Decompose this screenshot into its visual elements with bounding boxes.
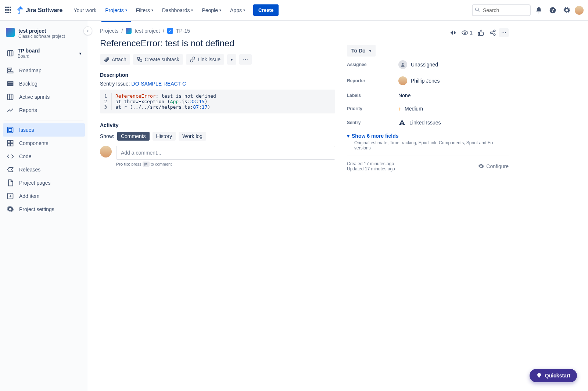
create-subtask-button[interactable]: Create subtask: [133, 54, 183, 65]
link-dropdown-button[interactable]: ▾: [227, 54, 236, 65]
svg-rect-18: [8, 141, 10, 143]
sidebar-item-add-item[interactable]: Add item: [3, 189, 85, 203]
project-name: test project: [18, 28, 65, 34]
add-icon: [7, 192, 14, 200]
sidebar-item-code[interactable]: Code: [3, 150, 85, 163]
svg-line-1: [478, 10, 480, 12]
field-reporter[interactable]: Reporter Phillip Jones: [347, 73, 509, 89]
tab-history[interactable]: History: [153, 132, 176, 141]
sidebar-item-project-settings[interactable]: Project settings: [3, 203, 85, 216]
code-icon: [7, 153, 14, 160]
svg-rect-9: [8, 72, 13, 73]
vote-button[interactable]: [476, 28, 487, 37]
status-dropdown[interactable]: To Do▾: [347, 45, 376, 57]
project-header[interactable]: test project Classic software project: [3, 26, 85, 45]
eye-icon: [462, 29, 468, 36]
sidebar-item-backlog[interactable]: Backlog: [3, 77, 85, 90]
nav-filters[interactable]: Filters▾: [132, 5, 157, 15]
share-button[interactable]: [487, 28, 498, 37]
svg-rect-20: [8, 144, 10, 146]
chevron-down-icon: ▾: [243, 8, 245, 12]
issue-title[interactable]: ReferenceError: test is not defined: [100, 38, 335, 48]
breadcrumb-issue[interactable]: TP-15: [176, 28, 190, 34]
settings-icon[interactable]: [561, 4, 573, 16]
unassigned-avatar-icon: [398, 60, 407, 69]
chevron-down-icon: ▾: [79, 51, 81, 55]
board-selector[interactable]: TP board Board ▾: [3, 45, 85, 62]
field-sentry[interactable]: Sentry Linked Issues: [347, 115, 509, 130]
project-mini-icon: [126, 28, 132, 34]
nav-projects[interactable]: Projects▾: [101, 5, 131, 15]
nav-apps[interactable]: Apps▾: [226, 5, 249, 15]
logo-text: Jira Software: [26, 7, 62, 14]
sidebar-item-releases[interactable]: Releases: [3, 163, 85, 176]
divider: [347, 156, 509, 156]
watch-button[interactable]: 1: [459, 28, 475, 37]
releases-icon: [7, 166, 14, 173]
field-priority[interactable]: Priority ↑Medium: [347, 102, 509, 115]
field-assignee[interactable]: Assignee Unassigned: [347, 57, 509, 73]
sidebar-item-project-pages[interactable]: Project pages: [3, 176, 85, 189]
show-more-fields[interactable]: ▾Show 6 more fields: [347, 133, 509, 139]
nav-people[interactable]: People▾: [198, 5, 225, 15]
subtask-icon: [137, 57, 143, 62]
create-button[interactable]: Create: [253, 4, 279, 16]
sidebar-item-reports[interactable]: Reports: [3, 104, 85, 117]
user-avatar[interactable]: [575, 6, 584, 15]
sidebar-item-roadmap[interactable]: Roadmap: [3, 64, 85, 77]
sentry-icon: [398, 119, 406, 126]
svg-rect-21: [11, 144, 13, 146]
breadcrumb-project[interactable]: test project: [135, 28, 159, 34]
commenter-avatar: [100, 146, 112, 158]
svg-rect-10: [8, 82, 13, 83]
more-actions-button[interactable]: ⋯: [239, 54, 252, 65]
comment-input[interactable]: Add a comment...: [116, 146, 335, 160]
priority-medium-icon: ↑: [398, 106, 401, 112]
more-fields-sub: Original estimate, Time tracking, Epic L…: [354, 140, 509, 151]
description-heading: Description: [100, 72, 335, 78]
nav-your-work[interactable]: Your work: [70, 5, 100, 15]
sidebar-item-components[interactable]: Components: [3, 137, 85, 150]
board-sub: Board: [18, 54, 76, 59]
gear-icon: [7, 206, 14, 213]
configure-button[interactable]: Configure: [478, 161, 509, 171]
breadcrumb-projects[interactable]: Projects: [100, 28, 119, 34]
svg-rect-26: [140, 60, 141, 62]
notifications-icon[interactable]: [533, 4, 545, 16]
field-labels[interactable]: Labels None: [347, 89, 509, 102]
tab-worklog[interactable]: Work log: [179, 132, 206, 141]
nav-dashboards[interactable]: Dashboards▾: [158, 5, 197, 15]
collapse-sidebar-button[interactable]: ‹: [83, 26, 92, 35]
link-issue-button[interactable]: Link issue: [186, 54, 224, 65]
attach-button[interactable]: Attach: [100, 54, 130, 65]
project-type: Classic software project: [18, 34, 65, 39]
search-input[interactable]: [472, 4, 531, 16]
feedback-button[interactable]: [448, 28, 459, 37]
chevron-down-icon: ▾: [191, 8, 193, 12]
svg-line-31: [492, 31, 494, 32]
svg-rect-11: [8, 83, 13, 84]
jira-logo[interactable]: Jira Software: [16, 6, 62, 14]
chevron-down-icon: ▾: [219, 8, 221, 12]
svg-text:?: ?: [551, 8, 554, 12]
app-switcher-icon[interactable]: [4, 6, 13, 15]
help-icon[interactable]: ?: [547, 4, 559, 16]
updated-timestamp: Updated 17 minutes ago: [347, 166, 395, 171]
tab-comments[interactable]: Comments: [117, 132, 150, 141]
link-icon: [190, 57, 196, 62]
show-label: Show:: [100, 133, 114, 139]
gear-icon: [478, 163, 484, 169]
activity-heading: Activity: [100, 122, 335, 128]
more-options-button[interactable]: ⋯: [499, 28, 509, 37]
svg-rect-13: [8, 94, 13, 100]
svg-rect-19: [11, 141, 13, 143]
thumbsup-icon: [478, 29, 484, 36]
sprints-icon: [7, 93, 14, 101]
sidebar-item-issues[interactable]: Issues: [3, 123, 85, 137]
sentry-issue-link[interactable]: DO-SAMPLE-REACT-C: [132, 81, 186, 87]
issues-icon: [7, 126, 14, 134]
svg-point-33: [402, 63, 404, 65]
svg-rect-17: [9, 128, 12, 131]
sidebar-item-active-sprints[interactable]: Active sprints: [3, 90, 85, 104]
quickstart-button[interactable]: Quickstart: [530, 369, 577, 382]
